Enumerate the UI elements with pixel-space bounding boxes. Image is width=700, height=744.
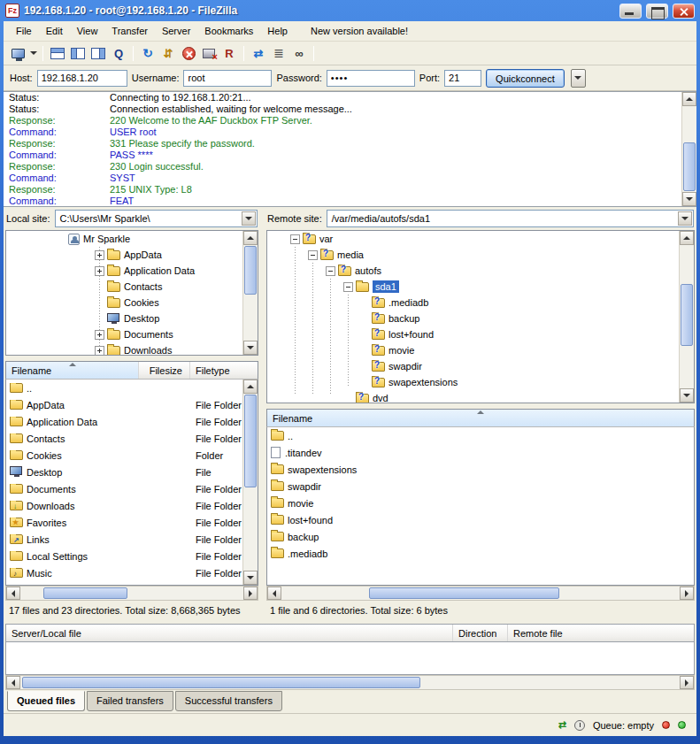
expand-icon[interactable] bbox=[95, 346, 104, 356]
quickconnect-dropdown-button[interactable] bbox=[571, 69, 586, 88]
collapse-icon[interactable] bbox=[326, 266, 335, 276]
scroll-left-button[interactable] bbox=[6, 587, 20, 600]
tree-item-lost-found[interactable]: lost+found bbox=[267, 326, 694, 342]
directory-comparison-button[interactable]: ≣ bbox=[269, 43, 288, 63]
scroll-down-button[interactable] bbox=[243, 571, 258, 585]
scrollbar-thumb[interactable] bbox=[43, 587, 127, 599]
scroll-right-button[interactable] bbox=[680, 676, 694, 689]
scroll-left-button[interactable] bbox=[6, 676, 20, 689]
remote-file-row[interactable]: .titandev bbox=[267, 444, 694, 461]
quickconnect-button[interactable]: Quickconnect bbox=[486, 69, 565, 88]
collapse-icon[interactable] bbox=[343, 282, 353, 292]
tree-item-contacts[interactable]: Contacts bbox=[6, 279, 258, 295]
tree-item-documents[interactable]: Documents bbox=[6, 326, 258, 342]
tree-item-swapdir[interactable]: swapdir bbox=[267, 358, 694, 374]
tree-item-autofs[interactable]: autofs bbox=[267, 263, 694, 279]
tab-failed-transfers[interactable]: Failed transfers bbox=[87, 691, 173, 711]
tree-item-desktop[interactable]: Desktop bbox=[6, 311, 258, 326]
toggle-local-tree-button[interactable] bbox=[68, 43, 88, 63]
tree-item-movie[interactable]: movie bbox=[267, 342, 694, 358]
local-file-row[interactable]: AppDataFile Folder bbox=[6, 396, 258, 413]
minimize-button[interactable] bbox=[619, 4, 642, 19]
menu-bookmarks[interactable]: Bookmarks bbox=[197, 23, 260, 39]
scroll-up-button[interactable] bbox=[243, 231, 258, 245]
close-button[interactable] bbox=[673, 4, 695, 19]
host-input[interactable] bbox=[37, 70, 127, 87]
column-header-filename[interactable]: Filename bbox=[6, 362, 139, 379]
tree-item-sda1[interactable]: sda1 bbox=[267, 279, 694, 295]
tree-item-application-data[interactable]: Application Data bbox=[6, 263, 258, 279]
column-header-direction[interactable]: Direction bbox=[453, 625, 508, 641]
scrollbar-thumb[interactable] bbox=[369, 587, 559, 599]
collapse-icon[interactable] bbox=[308, 250, 318, 260]
scrollbar-thumb[interactable] bbox=[22, 677, 420, 688]
remote-file-row[interactable]: .mediadb bbox=[267, 545, 694, 562]
scrollbar-thumb[interactable] bbox=[244, 246, 257, 295]
tab-successful-transfers[interactable]: Successful transfers bbox=[175, 691, 282, 711]
toggle-log-button[interactable] bbox=[48, 43, 67, 63]
scrollbar-thumb[interactable] bbox=[681, 284, 693, 346]
tree-item-backup[interactable]: backup bbox=[267, 311, 694, 326]
local-site-combobox[interactable]: C:\Users\Mr Sparkle\ bbox=[55, 210, 258, 227]
scroll-left-button[interactable] bbox=[267, 587, 281, 600]
cancel-button[interactable] bbox=[179, 43, 198, 63]
reconnect-button[interactable]: R bbox=[219, 43, 239, 63]
scrollbar-thumb[interactable] bbox=[244, 395, 257, 487]
tree-item-dvd[interactable]: dvd bbox=[267, 390, 694, 403]
tab-queued-files[interactable]: Queued files bbox=[7, 691, 85, 711]
local-file-row[interactable]: .. bbox=[6, 380, 258, 396]
local-file-row[interactable]: Local SettingsFile Folder bbox=[6, 548, 258, 564]
local-file-row[interactable]: ContactsFile Folder bbox=[6, 430, 258, 447]
username-input[interactable] bbox=[183, 70, 272, 87]
log-scrollbar[interactable] bbox=[681, 92, 696, 206]
expand-icon[interactable] bbox=[95, 250, 104, 260]
column-header-remote-file[interactable]: Remote file bbox=[508, 625, 694, 641]
refresh-button[interactable]: ↻ bbox=[138, 43, 158, 63]
toggle-remote-tree-button[interactable] bbox=[88, 43, 108, 63]
menu-view[interactable]: View bbox=[70, 23, 105, 39]
tree-item-swapextensions[interactable]: swapextensions bbox=[267, 374, 694, 390]
menu-transfer[interactable]: Transfer bbox=[104, 23, 155, 39]
scroll-up-button[interactable] bbox=[243, 380, 258, 394]
menu-help[interactable]: Help bbox=[260, 23, 295, 39]
remote-file-row[interactable]: swapdir bbox=[267, 478, 694, 495]
menu-new-version[interactable]: New version available! bbox=[304, 23, 415, 39]
local-file-row[interactable]: DownloadsFile Folder bbox=[6, 497, 258, 514]
expand-icon[interactable] bbox=[95, 330, 104, 340]
remote-file-row[interactable]: .. bbox=[267, 427, 694, 444]
combo-dropdown-button[interactable] bbox=[678, 211, 692, 226]
process-queue-button[interactable]: ⇵ bbox=[158, 43, 178, 63]
scroll-right-button[interactable] bbox=[680, 587, 694, 600]
menu-edit[interactable]: Edit bbox=[39, 23, 70, 39]
local-file-row[interactable]: LinksFile Folder bbox=[6, 531, 258, 548]
local-file-row[interactable]: CookiesFolder bbox=[6, 447, 258, 464]
sync-transfer-icon[interactable]: ⇄ bbox=[558, 719, 566, 731]
local-list-scrollbar[interactable] bbox=[242, 380, 258, 585]
maximize-button[interactable] bbox=[646, 4, 668, 19]
scroll-down-button[interactable] bbox=[682, 192, 696, 206]
synchronized-browsing-button[interactable]: ⇄ bbox=[249, 43, 268, 63]
port-input[interactable] bbox=[444, 70, 481, 87]
menu-file[interactable]: File bbox=[9, 23, 39, 39]
column-header-filename[interactable]: Filename bbox=[267, 410, 694, 426]
combo-dropdown-button[interactable] bbox=[242, 211, 256, 226]
tree-item-cookies[interactable]: Cookies bbox=[6, 295, 258, 311]
local-file-row[interactable]: MusicFile Folder bbox=[6, 564, 258, 581]
password-input[interactable] bbox=[327, 70, 415, 87]
site-manager-button[interactable] bbox=[8, 43, 27, 63]
disconnect-button[interactable] bbox=[199, 43, 219, 63]
local-file-row[interactable]: DesktopFile bbox=[6, 464, 258, 480]
column-header-filesize[interactable]: Filesize bbox=[139, 362, 190, 379]
local-file-row[interactable]: Application DataFile Folder bbox=[6, 413, 258, 430]
scrollbar-thumb[interactable] bbox=[683, 142, 696, 191]
remote-file-row[interactable]: lost+found bbox=[267, 511, 694, 528]
tree-item-mediadb[interactable]: .mediadb bbox=[267, 295, 694, 311]
scroll-up-button[interactable] bbox=[680, 231, 694, 245]
menu-server[interactable]: Server bbox=[155, 23, 197, 39]
queue-horizontal-scrollbar[interactable] bbox=[5, 675, 695, 690]
local-tree-scrollbar[interactable] bbox=[242, 231, 258, 355]
remote-tree-scrollbar[interactable] bbox=[679, 231, 694, 403]
find-files-button[interactable]: ∞ bbox=[289, 43, 309, 63]
scroll-right-button[interactable] bbox=[243, 587, 258, 600]
speed-limit-icon[interactable] bbox=[574, 720, 585, 731]
